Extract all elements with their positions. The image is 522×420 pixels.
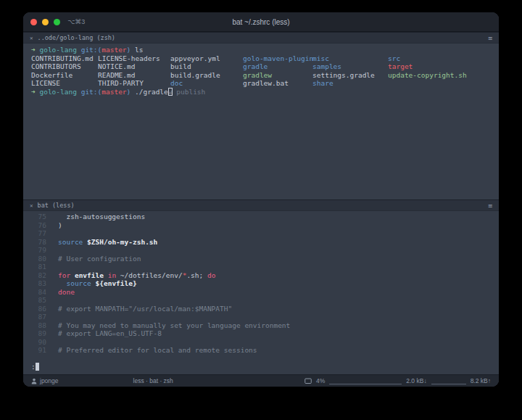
status-bar: jponge less · bat · zsh 4% 2.0 kB↓ 8.2 k… [23, 374, 499, 387]
prompt-line-current: ➜ golo-lang git:(master) ./gradlew publi… [31, 88, 499, 96]
network-graph [431, 377, 466, 384]
file-entry: build [170, 62, 243, 71]
less-content: 75 zsh-autosuggestions76)7778source $ZSH… [23, 213, 499, 355]
prompt-line: ➜ golo-lang git:(master) ls [31, 46, 499, 54]
file-line: 84done [23, 288, 499, 297]
line-number: 76 [23, 221, 46, 230]
file-entry: LICENSE [31, 79, 98, 88]
line-number: 81 [23, 263, 46, 271]
file-line: 91# Preferred editor for local and remot… [23, 346, 499, 355]
line-number: 78 [23, 238, 46, 247]
file-entry: README.md [98, 71, 170, 80]
less-prompt: : [23, 363, 499, 371]
line-number: 85 [23, 296, 46, 305]
user-name: jponge [40, 377, 59, 384]
file-entry: THIRD-PARTY [98, 79, 170, 88]
file-line: 85 [23, 296, 499, 305]
line-number: 80 [23, 255, 46, 263]
zoom-window-button[interactable] [54, 19, 60, 25]
file-entry: src [388, 54, 499, 63]
close-pane-icon[interactable]: ✕ [30, 202, 33, 209]
file-line: 89# export LANG=en_US.UTF-8 [23, 329, 499, 338]
file-entry: gradlew.bat [243, 79, 312, 88]
top-pane-titlebar[interactable]: ✕ ..ode/golo-lang (zsh) ≡ [23, 32, 499, 44]
cpu-usage: 4% [316, 377, 325, 384]
bottom-pane-title: bat (less) [38, 202, 75, 209]
window-title: bat ~/.zshrc (less) [23, 18, 499, 26]
network-upload: 8.2 kB↑ [471, 377, 491, 384]
line-number: 77 [23, 229, 46, 238]
line-number: 75 [23, 213, 46, 221]
window-shortcut-hint: ⌥⌘3 [67, 18, 85, 25]
file-line: 88# You may need to manually set your la… [23, 321, 499, 330]
file-entry: build.gradle [170, 71, 243, 80]
line-number: 83 [23, 279, 46, 288]
file-entry: CONTRIBUTORS [31, 62, 98, 71]
file-line: 82for envfile in ~/dotfiles/env/*.sh; do [23, 271, 499, 280]
line-number: 84 [23, 288, 46, 297]
line-number: 89 [23, 329, 46, 338]
file-entry: Dockerfile [31, 71, 98, 80]
session-breadcrumb: less · bat · zsh [133, 377, 173, 384]
pane-menu-icon[interactable]: ≡ [488, 202, 492, 210]
user-icon [31, 378, 37, 384]
less-pane[interactable]: 75 zsh-autosuggestions76)7778source $ZSH… [23, 211, 499, 374]
file-entry: doc [170, 79, 243, 88]
file-line: 80# User configuration [23, 255, 499, 263]
line-number: 82 [23, 271, 46, 280]
line-number: 87 [23, 313, 46, 321]
file-entry: update-copyright.sh [388, 71, 499, 80]
network-download: 2.0 kB↓ [406, 377, 426, 384]
top-pane-title: ..ode/golo-lang (zsh) [38, 34, 115, 41]
file-entry: LICENSE-headers [98, 54, 170, 63]
file-entry: misc [312, 54, 388, 63]
file-line: 79 [23, 246, 499, 255]
ls-output: CONTRIBUTING.mdLICENSE-headersappveyor.y… [31, 54, 499, 88]
window-titlebar[interactable]: ⌥⌘3 bat ~/.zshrc (less) [23, 12, 499, 32]
line-number: 90 [23, 338, 46, 347]
cpu-icon [304, 378, 312, 384]
file-line: 77 [23, 229, 499, 238]
minimize-window-button[interactable] [42, 19, 49, 25]
file-entry: golo-maven-plugin [243, 54, 312, 63]
bottom-pane-titlebar[interactable]: ✕ bat (less) ≡ [23, 199, 499, 211]
close-pane-icon[interactable]: ✕ [30, 35, 33, 41]
file-entry: settings.gradle [312, 71, 388, 80]
file-line: 76) [23, 221, 499, 230]
file-entry: target [388, 62, 499, 71]
line-number: 88 [23, 321, 46, 330]
user-widget: jponge [31, 377, 59, 384]
file-line: 86# export MANPATH="/usr/local/man:$MANP… [23, 305, 499, 313]
file-line: 75 zsh-autosuggestions [23, 213, 499, 221]
file-line: 81 [23, 263, 499, 271]
shell-pane[interactable]: ➜ golo-lang git:(master) ls CONTRIBUTING… [23, 44, 499, 199]
file-entry: gradle [243, 62, 312, 71]
file-entry: samples [312, 62, 388, 71]
line-number: 91 [23, 346, 46, 355]
line-number: 86 [23, 305, 46, 313]
pane-menu-icon[interactable]: ≡ [488, 34, 492, 42]
file-entry: share [312, 79, 388, 88]
cpu-graph [329, 377, 402, 384]
status-widgets: 4% 2.0 kB↓ 8.2 kB↑ [304, 377, 491, 384]
file-line: 87 [23, 313, 499, 321]
line-number: 79 [23, 246, 46, 255]
file-line: 90 [23, 338, 499, 347]
file-line: 83 source ${envfile} [23, 279, 499, 288]
file-entry: CONTRIBUTING.md [31, 54, 98, 63]
file-entry: gradlew [243, 71, 312, 80]
terminal-window: ⌥⌘3 bat ~/.zshrc (less) ✕ ..ode/golo-lan… [23, 12, 499, 387]
file-entry: appveyor.yml [170, 54, 243, 63]
close-window-button[interactable] [30, 19, 37, 25]
file-line: 78source $ZSH/oh-my-zsh.sh [23, 238, 499, 247]
file-entry: NOTICE.md [98, 62, 170, 71]
